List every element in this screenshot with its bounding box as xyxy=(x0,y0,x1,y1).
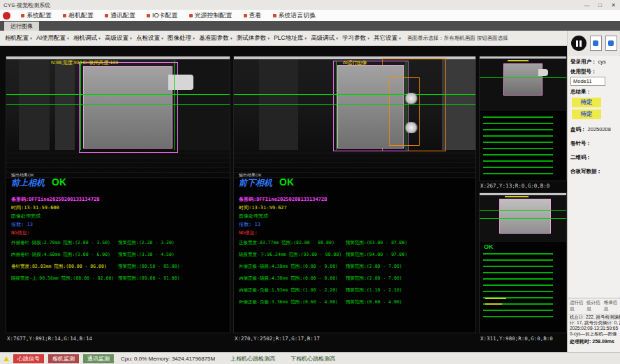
statistics-tabs: 运行信息 统计信息 维保信息 xyxy=(568,298,620,314)
result-pending-chip: 待定 xyxy=(572,98,601,107)
toolbar-image-process[interactable]: 图像处理▾ xyxy=(165,33,197,44)
camera-view-button-1[interactable] xyxy=(590,36,602,51)
measurement-text-lines xyxy=(483,253,553,320)
part-connector xyxy=(168,75,193,90)
minimize-button[interactable]: — xyxy=(580,0,593,10)
camera-view-front-lower[interactable]: AI运行图像 输出结果OK 前下相机 OK 条形码:DFFIine2025020… xyxy=(233,56,476,333)
camera-icon xyxy=(593,40,598,46)
camera-image-rear-lower[interactable] xyxy=(480,193,566,242)
warn-range: 预警范围:(83.00 - 87.00) xyxy=(346,240,408,246)
model-input[interactable]: Mode11 xyxy=(570,77,605,86)
window-title: CYS-视觉检测系统 xyxy=(3,1,50,9)
measure-line-green xyxy=(6,94,230,95)
toolbar-label: 高级设置 xyxy=(105,34,128,43)
toolbar-advanced-debug[interactable]: 高级调试▾ xyxy=(309,33,340,44)
tab-run-info[interactable]: 运行信息 xyxy=(570,300,584,312)
measurement-row: 正极宽度:83.77mm 范围:(82.00 - 88.00)预警范围:(83.… xyxy=(234,238,475,250)
tab-maintenance-info[interactable]: 维保信息 xyxy=(604,300,618,312)
menu-item-io-config[interactable]: IO卡配置 xyxy=(141,11,184,20)
chevron-down-icon: ▾ xyxy=(98,36,101,40)
menu-item-view[interactable]: 查看 xyxy=(238,11,267,20)
tab-stats-info[interactable]: 统计信息 xyxy=(586,300,600,312)
image-top-strip xyxy=(480,193,566,195)
stats-line: 计: 17, 跳号分类辆计: 0, 跳号 xyxy=(568,320,620,326)
toolbar-camera-config[interactable]: 相机配置▾ xyxy=(3,33,34,44)
measure-line-green xyxy=(480,218,566,219)
toolbar-ai-config[interactable]: AI使用配置▾ xyxy=(34,33,71,44)
toolbar-label: 测试体参数 xyxy=(237,34,267,43)
login-user-value: cys xyxy=(598,59,606,65)
warn-range: 预警范围:(80.50 - 85.00) xyxy=(118,264,180,270)
measure-value: 外侧卷针-隔膜:2.78mm 范围:(2.00 - 3.50) xyxy=(11,240,110,246)
menu-item-camera-config[interactable]: 相机配置 xyxy=(57,11,99,20)
toolbar-baseline-params[interactable]: 基准圆参数▾ xyxy=(197,33,235,44)
menu-item-system-config[interactable]: 系统配置 xyxy=(15,11,57,20)
camera-image-front-upper[interactable]: N:98;宽度:93;HD:吸闸高度:100 xyxy=(6,56,230,179)
bright-spot xyxy=(404,93,418,104)
lower-camera-heartbeat-text: 下相机心跳检测高 xyxy=(290,355,335,363)
camera-view-button-2[interactable] xyxy=(605,36,617,51)
pixel-coords-readout: X:270,Y:2502;R:17,G:17,B:17 xyxy=(235,335,320,342)
pixel-coords-readout: X:311,Y:980;R:0,G:0,B:0 xyxy=(480,335,553,342)
toolbar-other-settings[interactable]: 其它设置▾ xyxy=(371,33,403,44)
machine-structure xyxy=(6,153,230,179)
chevron-down-icon: ▾ xyxy=(336,36,338,40)
machine-structure xyxy=(259,59,298,150)
measure-value: 隔膜宽度-上:90.56mm 范围:(88.00 - 92.00) xyxy=(11,275,114,282)
tab-label: 运行图像 xyxy=(10,22,33,30)
detected-cell-part xyxy=(83,66,172,149)
menu-item-light-config[interactable]: 光源控制配置 xyxy=(184,11,238,20)
pixel-coords-readout: X:267,Y:13;R:0,G:0,B:0 xyxy=(480,183,549,189)
toolbar-plc-address[interactable]: PLC地址库▾ xyxy=(272,33,309,44)
menu-item-label: 光源控制配置 xyxy=(195,11,232,20)
measure-line-green xyxy=(234,94,475,95)
toolbar-label: 图像处理 xyxy=(168,34,191,43)
toolbar-label: 高级调试 xyxy=(311,34,334,43)
menu-item-icon xyxy=(147,14,150,17)
toolbar-spot-check[interactable]: 点检设置▾ xyxy=(134,33,165,44)
toolbar-camera-debug[interactable]: 相机调试▾ xyxy=(71,33,103,44)
toolbar-test-params[interactable]: 测试体参数▾ xyxy=(235,33,272,44)
camera-name: 前上相机 xyxy=(11,177,45,189)
tab-run-image[interactable]: 运行图像 xyxy=(4,22,39,31)
process-status-text: 图像处理完成 xyxy=(239,213,268,220)
menu-item-label: 系统配置 xyxy=(27,11,52,20)
menu-item-label: 通讯配置 xyxy=(110,11,135,20)
camera-image-front-lower[interactable]: AI运行图像 xyxy=(234,56,475,179)
overlay-measure-text xyxy=(508,60,529,61)
run-controls xyxy=(567,31,620,56)
measure-value: 外侧正极-负极:3.36mm 范围:(0.60 - 4.00) xyxy=(239,299,338,305)
chevron-down-icon: ▾ xyxy=(193,36,195,40)
close-button[interactable]: ✕ xyxy=(607,0,620,10)
chevron-down-icon: ▾ xyxy=(30,36,32,40)
measure-value: 正极宽度:83.77mm 范围:(82.00 - 88.00) xyxy=(239,240,334,246)
login-user-row: 登录用户： cys xyxy=(570,59,617,66)
measure-value: 卷针宽度:82.03mm 范围:(80.00 - 86.00) xyxy=(11,264,107,270)
measure-line-green xyxy=(174,61,175,150)
menu-item-language[interactable]: 系统语言切换 xyxy=(267,11,322,20)
camera-result-line: 前下相机 OK xyxy=(239,176,294,189)
status-badge: OK xyxy=(484,243,494,250)
camera-view-rear-upper[interactable] xyxy=(479,56,567,181)
count-text: 报数: 13 xyxy=(11,221,33,228)
warning-icon xyxy=(3,356,9,361)
pause-button[interactable] xyxy=(571,36,586,51)
measure-value: 内侧卷针-隔膜:4.60mm 范围:(3.00 - 6.00) xyxy=(11,252,110,258)
measure-line-green xyxy=(480,77,566,78)
camera-view-front-upper[interactable]: N:98;宽度:93;HD:吸闸高度:100 输出结果OK 前上相机 OK 条形… xyxy=(6,56,230,333)
overlay-ai-label: AI运行图像 xyxy=(343,59,367,66)
toolbar-label: 学习参数 xyxy=(342,34,366,43)
measurement-row: 卷针宽度:82.03mm 范围:(80.00 - 86.00)预警范围:(80.… xyxy=(6,262,230,274)
camera-image-rear-upper[interactable] xyxy=(480,56,566,111)
model-label: 使用型号： xyxy=(570,68,617,75)
menu-item-icon xyxy=(244,14,247,17)
camera-result-line: 前上相机 OK xyxy=(11,176,66,189)
toolbar-label: 点检设置 xyxy=(136,34,160,43)
maximize-button[interactable]: □ xyxy=(593,0,607,10)
measurement-row: 内侧正极-隔膜:4.38mm 范围:(0.00 - 9.00)预警范围:(2.0… xyxy=(234,274,475,286)
toolbar-learning-params[interactable]: 学习参数▾ xyxy=(340,33,371,44)
menu-item-comm-config[interactable]: 通讯配置 xyxy=(99,11,141,20)
toolbar-advanced-settings[interactable]: 高级设置▾ xyxy=(103,33,134,44)
camera-view-rear-lower[interactable]: OK xyxy=(479,192,567,333)
measurement-rows: 外侧卷针-隔膜:2.78mm 范围:(2.00 - 3.50)预警范围:(2.2… xyxy=(6,238,230,286)
